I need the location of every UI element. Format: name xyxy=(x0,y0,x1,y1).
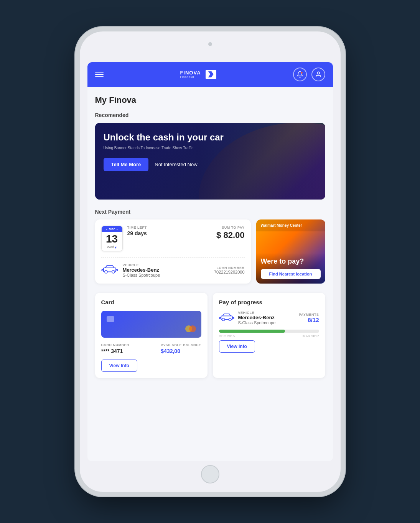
not-interested-button[interactable]: Not Interested Now xyxy=(155,162,197,167)
payment-divider xyxy=(101,257,245,258)
card-number-field: CARD NUMBER **** 3471 xyxy=(101,343,130,354)
time-left-label: TIME LEFT xyxy=(127,226,184,229)
progress-bar-container: DEC 2015 MAR 2017 xyxy=(219,330,319,338)
payment-detail-card: ▪ Mar ▪ 13 Wed ▾ xyxy=(95,219,251,284)
date-day: 13 xyxy=(102,232,122,245)
card-number-value: **** 3471 xyxy=(101,348,130,354)
time-left-info: TIME LEFT 29 days xyxy=(127,226,184,236)
svg-rect-6 xyxy=(116,269,117,271)
time-left-value: 29 days xyxy=(127,230,184,236)
next-payment-section: Next Payment ▪ Mar ▪ 13 xyxy=(95,209,325,284)
car-icon xyxy=(101,263,118,277)
progress-section-title: Pay of progress xyxy=(219,299,319,305)
progress-bar-track xyxy=(219,330,319,333)
progress-date-end: MAR 2017 xyxy=(303,334,319,338)
credit-card-visual xyxy=(101,311,201,338)
payments-label: PAYMENTS xyxy=(299,313,319,317)
payments-badge: PAYMENTS 8/12 xyxy=(299,313,319,323)
card-chip xyxy=(107,316,114,322)
find-nearest-button[interactable]: Find Nearest location xyxy=(261,269,321,279)
svg-rect-11 xyxy=(232,317,234,318)
bottom-row: Card CARD NUMBER **** 3471 AVA xyxy=(95,293,325,378)
card-view-info-button[interactable]: View Info xyxy=(101,360,137,372)
progress-vehicle-model: S-Class Spotrcoupe xyxy=(238,320,276,325)
next-payment-title: Next Payment xyxy=(95,209,325,215)
walmart-brand-text: Walmart Money Center xyxy=(261,223,321,228)
vehicle-info: VEHICLE Mercedes-Benz S-Class Spotrcoupe xyxy=(101,263,160,277)
vehicle-name: Mercedes-Benz xyxy=(123,267,160,273)
card-fields: CARD NUMBER **** 3471 AVAILABLE BALANCE … xyxy=(101,343,201,354)
banner-content: Unlock the cash in your car Using Banner… xyxy=(95,123,325,181)
menu-button[interactable] xyxy=(95,72,104,77)
loan-label: LOAN NUMBER xyxy=(214,266,245,270)
svg-point-1 xyxy=(317,72,320,74)
sum-label: SUM TO PAY xyxy=(188,226,245,229)
date-month: ▪ Mar ▪ xyxy=(102,226,122,232)
banner-subtitle: Using Banner Stands To Increase Trade Sh… xyxy=(104,146,317,150)
logo-name: FINOVA xyxy=(180,70,201,75)
screen: FINOVA Financial xyxy=(87,62,333,461)
tell-me-more-button[interactable]: Tell Me More xyxy=(104,158,149,171)
card-section-title: Card xyxy=(101,299,201,305)
progress-vehicle-row: VEHICLE Mercedes-Benz S-Class Spotrcoupe… xyxy=(219,311,319,325)
progress-vehicle-text: VEHICLE Mercedes-Benz S-Class Spotrcoupe xyxy=(238,311,276,325)
recommended-section-title: Recomended xyxy=(95,112,325,118)
loan-number: 7022219202000 xyxy=(214,270,245,274)
svg-point-3 xyxy=(104,270,107,273)
page-title: My Finova xyxy=(95,95,325,105)
vehicle-text: VEHICLE Mercedes-Benz S-Class Spotrcoupe xyxy=(123,263,160,277)
payment-cards-row: ▪ Mar ▪ 13 Wed ▾ xyxy=(95,219,325,284)
banner-actions: Tell Me More Not Interested Now xyxy=(104,158,317,171)
content: My Finova Recomended Unlock the cash in … xyxy=(87,87,333,389)
svg-point-9 xyxy=(229,318,231,321)
notification-button[interactable] xyxy=(293,68,307,81)
payment-top: ▪ Mar ▪ 13 Wed ▾ xyxy=(101,226,245,251)
card-logo xyxy=(185,325,196,332)
where-pay-title: Were to pay? xyxy=(261,257,321,266)
balance-value: $432,00 xyxy=(161,348,201,354)
progress-date-start: DEC 2015 xyxy=(219,334,235,338)
svg-point-8 xyxy=(222,318,225,321)
card-section: Card CARD NUMBER **** 3471 AVA xyxy=(95,293,208,378)
progress-dates: DEC 2015 MAR 2017 xyxy=(219,334,319,338)
date-badge: ▪ Mar ▪ 13 Wed ▾ xyxy=(101,226,123,251)
progress-bar-fill xyxy=(219,330,285,333)
progress-vehicle-name: Mercedes-Benz xyxy=(238,315,276,320)
vehicle-row: VEHICLE Mercedes-Benz S-Class Spotrcoupe… xyxy=(101,263,245,277)
walmart-brand: Walmart Money Center xyxy=(256,219,325,231)
where-pay-content: Were to pay? Find Nearest location xyxy=(256,253,325,284)
logo-sub: Financial xyxy=(180,75,201,79)
header-icons xyxy=(293,68,325,81)
sum-value: $ 82.00 xyxy=(188,230,245,240)
logo: FINOVA Financial xyxy=(180,70,216,79)
progress-vehicle-info: VEHICLE Mercedes-Benz S-Class Spotrcoupe xyxy=(219,311,276,325)
progress-section: Pay of progress xyxy=(213,293,325,378)
svg-point-4 xyxy=(112,270,114,273)
header: FINOVA Financial xyxy=(87,62,333,87)
svg-rect-10 xyxy=(219,317,221,318)
banner: Unlock the cash in your car Using Banner… xyxy=(95,123,325,200)
card-number-label: CARD NUMBER xyxy=(101,343,130,347)
banner-title: Unlock the cash in your car xyxy=(104,132,317,143)
payments-value: 8/12 xyxy=(299,317,319,323)
loan-info: LOAN NUMBER 7022219202000 xyxy=(214,266,245,274)
progress-view-info-button[interactable]: View Info xyxy=(219,340,255,353)
profile-button[interactable] xyxy=(311,68,325,81)
sum-to-pay-info: SUM TO PAY $ 82.00 xyxy=(188,226,245,240)
tablet-frame: FINOVA Financial xyxy=(80,31,341,492)
svg-rect-5 xyxy=(102,269,103,271)
vehicle-model: S-Class Spotrcoupe xyxy=(123,273,160,277)
progress-car-icon xyxy=(219,311,234,325)
vehicle-label: VEHICLE xyxy=(123,263,160,267)
balance-field: AVAILABLE BALANCE $432,00 xyxy=(161,343,201,354)
progress-vehicle-label: VEHICLE xyxy=(238,311,276,315)
balance-label: AVAILABLE BALANCE xyxy=(161,343,201,347)
date-weekday: Wed ▾ xyxy=(102,245,122,251)
where-to-pay-card: Walmart Money Center Were to pay? Find N… xyxy=(256,219,325,284)
logo-icon xyxy=(206,70,216,79)
svg-point-0 xyxy=(301,72,303,74)
